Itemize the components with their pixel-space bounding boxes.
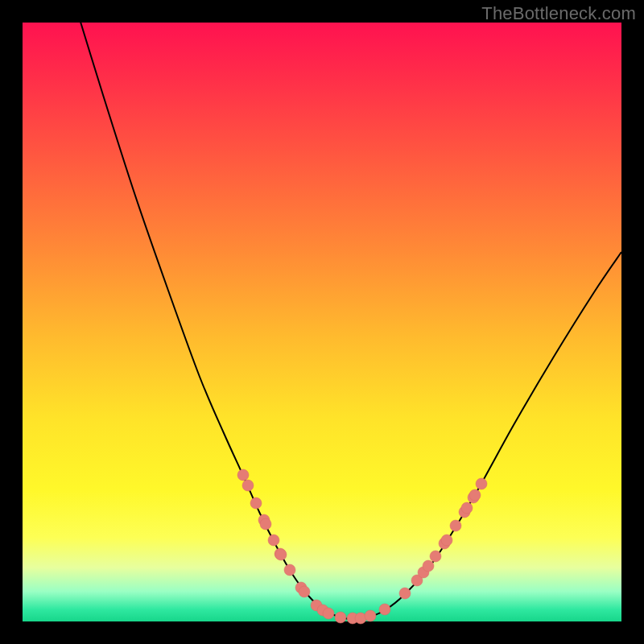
highlight-dot (335, 612, 346, 623)
chart-svg (23, 23, 621, 621)
highlight-dot (441, 535, 452, 546)
highlight-dot (237, 469, 249, 481)
highlight-dot (323, 608, 334, 619)
highlight-dot (242, 480, 254, 491)
bottleneck-curve (71, 0, 621, 619)
highlight-dot (365, 610, 376, 621)
highlight-dot (260, 518, 271, 530)
highlight-dot (450, 520, 461, 531)
highlight-dot (275, 549, 287, 560)
chart-plot-area (23, 23, 621, 621)
highlight-dot (461, 502, 473, 514)
highlight-dot (268, 535, 279, 546)
highlight-dot (299, 586, 310, 597)
highlight-dot (250, 497, 262, 509)
highlight-dot (469, 489, 481, 501)
highlight-dot (399, 588, 411, 599)
highlight-dot (423, 560, 434, 572)
highlight-dot (284, 564, 295, 576)
highlight-dot (379, 604, 390, 615)
watermark-text: TheBottleneck.com (481, 3, 636, 24)
highlight-dots-group (237, 469, 487, 624)
highlight-dot (430, 551, 441, 562)
highlight-dot (355, 613, 366, 624)
highlight-dot (476, 478, 487, 489)
